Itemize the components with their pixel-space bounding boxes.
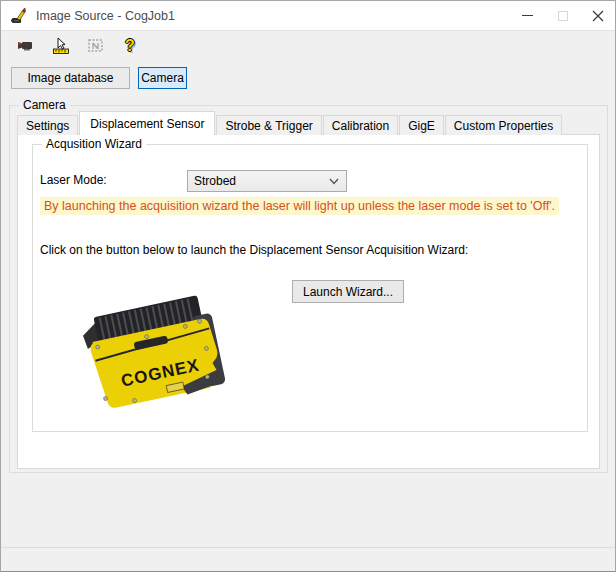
acquisition-wizard-groupbox-label: Acqusition Wizard — [42, 137, 146, 151]
help-glyph: ? — [125, 38, 135, 54]
chevron-down-icon — [329, 178, 339, 185]
tabstrip: Settings Displacement Sensor Strobe & Tr… — [17, 111, 563, 135]
minimize-button[interactable] — [510, 1, 545, 30]
ruler-pointer-tool-icon[interactable] — [51, 36, 73, 56]
wizard-instruction-text: Click on the button below to launch the … — [40, 243, 468, 257]
close-icon — [592, 10, 604, 22]
laser-warning-text: By launching the acquisition wizard the … — [40, 197, 559, 215]
region-tool-disabled-icon — [85, 36, 107, 56]
bottom-divider — [1, 547, 615, 548]
laser-mode-dropdown[interactable]: Strobed — [187, 170, 347, 192]
window-title: Image Source - CogJob1 — [36, 9, 175, 23]
tab-displacement-sensor[interactable]: Displacement Sensor — [79, 111, 215, 135]
tab-calibration[interactable]: Calibration — [323, 115, 398, 135]
displacement-sensor-image: COGNEX — [80, 287, 232, 417]
displacement-sensor-panel: Acqusition Wizard Laser Mode: Strobed By… — [17, 134, 600, 469]
launch-wizard-button[interactable]: Launch Wizard... — [292, 280, 404, 303]
help-icon[interactable]: ? — [119, 36, 141, 56]
laser-mode-label: Laser Mode: — [40, 173, 107, 187]
camera-button[interactable]: Camera — [138, 67, 187, 89]
image-database-button[interactable]: Image database — [11, 67, 130, 89]
close-button[interactable] — [580, 1, 615, 30]
camera-tool-icon[interactable] — [15, 36, 37, 56]
tab-strobe-trigger[interactable]: Strobe & Trigger — [216, 115, 321, 135]
titlebar: Image Source - CogJob1 — [1, 1, 615, 31]
window-icon — [11, 7, 29, 25]
maximize-button[interactable] — [545, 1, 580, 30]
camera-groupbox-label: Camera — [19, 98, 70, 112]
image-source-window: Image Source - CogJob1 — [0, 0, 616, 572]
maximize-icon — [558, 11, 568, 21]
tab-custom-properties[interactable]: Custom Properties — [445, 115, 562, 135]
toolbar: ? — [1, 32, 615, 60]
minimize-icon — [522, 15, 533, 16]
laser-mode-value: Strobed — [194, 174, 236, 188]
tab-gige[interactable]: GigE — [399, 115, 444, 135]
tab-settings[interactable]: Settings — [17, 115, 78, 135]
